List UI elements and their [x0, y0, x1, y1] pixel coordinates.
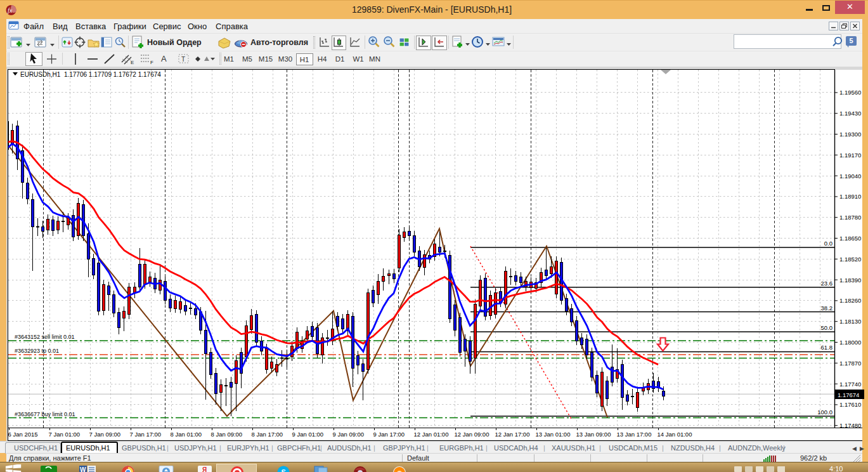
svg-text:61.8: 61.8	[821, 344, 833, 351]
svg-text:14 Jan 01:00: 14 Jan 01:00	[657, 431, 692, 438]
svg-text:13 Jan 17:00: 13 Jan 17:00	[617, 431, 652, 438]
svg-text:8 Jan 09:00: 8 Jan 09:00	[211, 431, 243, 438]
svg-text:#3643152 sell limit 0.01: #3643152 sell limit 0.01	[15, 334, 75, 340]
svg-text:13 Jan 09:00: 13 Jan 09:00	[576, 431, 611, 438]
svg-text:EURUSDh,H1 1.17706 1.17709 1.: EURUSDh,H1 1.17706 1.17709 1.17672 1.176…	[20, 71, 161, 78]
svg-text:100.0: 100.0	[817, 409, 832, 416]
svg-text:7 Jan 01:00: 7 Jan 01:00	[49, 431, 81, 438]
svg-text:1.18780: 1.18780	[839, 214, 861, 221]
svg-text:12 Jan 01:00: 12 Jan 01:00	[414, 431, 449, 438]
svg-text:1.18390: 1.18390	[839, 277, 861, 284]
svg-text:S: S	[282, 468, 286, 472]
svg-text:#3636677 buy limit 0.01: #3636677 buy limit 0.01	[15, 411, 75, 417]
svg-text:#3632923 tp 0.01: #3632923 tp 0.01	[15, 348, 59, 354]
svg-text:1.19040: 1.19040	[839, 173, 861, 180]
svg-text:1.18650: 1.18650	[839, 235, 861, 242]
svg-text:0.0: 0.0	[824, 240, 832, 247]
svg-text:12 Jan 17:00: 12 Jan 17:00	[495, 431, 530, 438]
svg-text:7 Jan 17:00: 7 Jan 17:00	[130, 431, 162, 438]
svg-text:1.19300: 1.19300	[839, 131, 861, 138]
svg-text:6 Jan 2015: 6 Jan 2015	[8, 431, 38, 438]
svg-text:1.17870: 1.17870	[839, 360, 861, 367]
svg-text:1.17610: 1.17610	[839, 401, 861, 408]
svg-text:50.0: 50.0	[821, 324, 833, 331]
svg-text:1.17674: 1.17674	[838, 391, 859, 398]
svg-text:8 Jan 17:00: 8 Jan 17:00	[252, 431, 283, 438]
svg-text:1.18520: 1.18520	[839, 256, 861, 263]
svg-text:38.2: 38.2	[821, 305, 833, 311]
svg-text:23.6: 23.6	[821, 280, 833, 287]
svg-text:1.18130: 1.18130	[839, 318, 861, 325]
svg-text:1.18000: 1.18000	[839, 339, 861, 346]
svg-text:7 Jan 09:00: 7 Jan 09:00	[89, 431, 121, 438]
svg-text:1.17740: 1.17740	[839, 381, 861, 388]
svg-text:13 Jan 01:00: 13 Jan 01:00	[536, 431, 571, 438]
svg-text:12 Jan 09:00: 12 Jan 09:00	[455, 431, 489, 438]
svg-text:Я: Я	[202, 466, 207, 472]
svg-text:1.19430: 1.19430	[839, 110, 861, 117]
svg-text:W: W	[80, 466, 86, 472]
svg-text:9 Jan 17:00: 9 Jan 17:00	[373, 431, 405, 438]
svg-text:1.19560: 1.19560	[839, 89, 861, 96]
svg-text:1.19170: 1.19170	[839, 152, 861, 159]
svg-text:8 Jan 01:00: 8 Jan 01:00	[171, 431, 202, 438]
svg-text:9 Jan 09:00: 9 Jan 09:00	[333, 431, 365, 438]
svg-text:1.18910: 1.18910	[839, 193, 861, 200]
svg-text:1.18260: 1.18260	[839, 297, 861, 304]
svg-text:9 Jan 01:00: 9 Jan 01:00	[292, 431, 324, 438]
